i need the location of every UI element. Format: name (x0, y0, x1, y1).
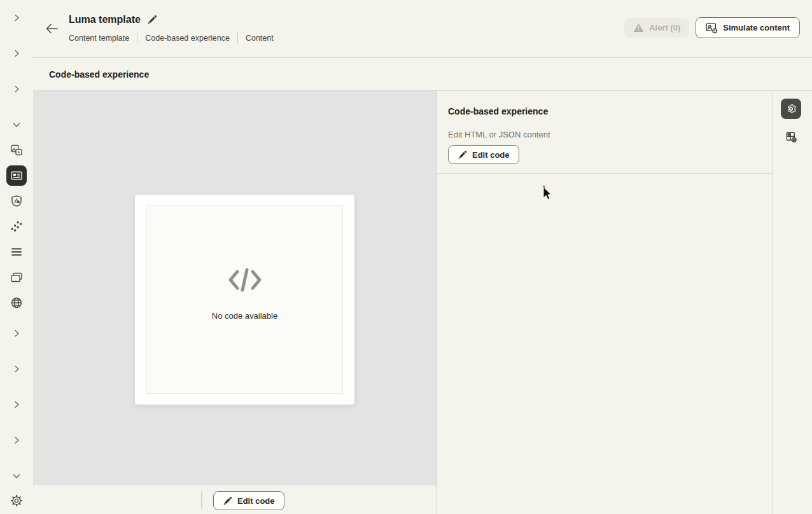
pencil-icon (223, 496, 232, 506)
overlapping-cards-icon[interactable] (6, 267, 27, 288)
chevron-right-icon[interactable] (6, 8, 27, 28)
edit-title-pencil-icon[interactable] (147, 15, 157, 25)
edit-code-button-footer[interactable]: Edit code (213, 491, 284, 510)
brand-shield-icon[interactable] (6, 191, 27, 211)
chevron-down-icon[interactable] (6, 466, 27, 486)
breadcrumb-divider (237, 33, 238, 43)
chevron-right-icon[interactable] (6, 394, 27, 415)
app-window: Luma template Content template Code-base… (0, 0, 812, 514)
pencil-icon (458, 150, 467, 160)
content-preview-card: No code available (135, 195, 354, 405)
code-settings-section: Code-based experience Edit HTML or JSON … (437, 91, 773, 174)
empty-state-label: No code available (212, 311, 277, 321)
edit-code-button-panel[interactable]: Edit code (448, 145, 519, 164)
settings-gear-icon[interactable] (6, 490, 27, 511)
preview-canvas: No code available (33, 91, 437, 485)
tab-content-template[interactable]: Content template (69, 34, 129, 43)
edit-code-panel-label: Edit code (472, 150, 510, 160)
workspace: No code available Edit code Code-based e… (33, 90, 812, 514)
left-nav-rail (0, 0, 33, 514)
globe-icon[interactable] (6, 293, 27, 313)
settings-panel: Code-based experience Edit HTML or JSON … (437, 91, 773, 514)
list-rows-icon[interactable] (6, 242, 27, 262)
chevron-right-icon[interactable] (6, 323, 27, 344)
decision-dots-icon[interactable] (6, 216, 27, 237)
empty-code-placeholder: No code available (146, 205, 343, 394)
right-icon-rail (773, 91, 812, 514)
tab-code-based-experience[interactable]: Code-based experience (145, 34, 230, 43)
content-components-icon[interactable] (781, 127, 801, 147)
page-title: Luma template (69, 14, 141, 25)
canvas-footer: Edit code (33, 485, 437, 514)
chevron-right-icon[interactable] (6, 430, 27, 450)
simulate-content-label: Simulate content (723, 23, 790, 32)
warning-triangle-icon (633, 23, 644, 32)
chevron-down-icon[interactable] (6, 115, 27, 135)
chevron-right-icon[interactable] (6, 79, 27, 99)
simulate-content-icon (706, 22, 718, 34)
footer-divider (201, 492, 202, 508)
alert-button[interactable]: Alert (0) (624, 18, 689, 38)
simulate-content-button[interactable]: Simulate content (696, 17, 800, 38)
panel-title: Code-based experience (448, 106, 762, 116)
chevron-right-icon[interactable] (6, 43, 27, 64)
content-templates-icon[interactable] (6, 165, 27, 186)
code-brackets-icon (227, 267, 263, 296)
tab-content[interactable]: Content (246, 34, 274, 43)
breadcrumb: Content template Code-based experience C… (69, 32, 274, 43)
panel-settings-gear-icon[interactable] (781, 99, 801, 119)
panel-subtitle: Edit HTML or JSON content (448, 130, 762, 139)
back-button[interactable] (43, 20, 60, 37)
edit-code-footer-label: Edit code (237, 496, 275, 506)
chevron-right-icon[interactable] (6, 359, 27, 379)
page-header: Luma template Content template Code-base… (33, 0, 812, 57)
breadcrumb-divider (137, 33, 137, 43)
alert-button-label: Alert (0) (649, 23, 680, 32)
media-assets-icon[interactable] (6, 140, 27, 160)
section-header: Code-based experience (33, 58, 812, 90)
section-title: Code-based experience (49, 69, 149, 80)
